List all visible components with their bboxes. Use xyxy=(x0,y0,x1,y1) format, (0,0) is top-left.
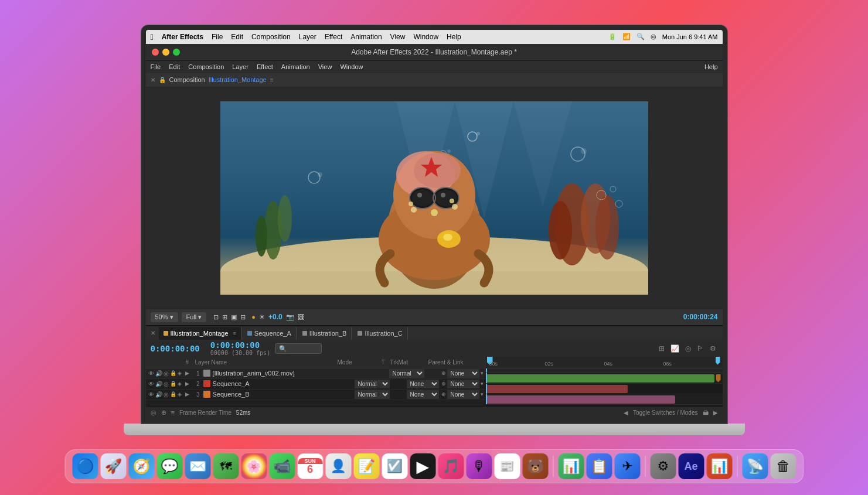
layer-3-expand[interactable]: ▶ xyxy=(185,391,189,397)
layer-3-lock[interactable]: 🔒 xyxy=(170,391,176,398)
dock-music[interactable]: 🎵 xyxy=(438,453,464,479)
layer-row-2[interactable]: 👁 🔊 ◎ 🔒 ◈ ▶ 2 Sequence_A xyxy=(146,379,486,390)
layer-3-mode-select[interactable]: Normal Add Multiply xyxy=(355,390,390,399)
layer-2-solo[interactable]: ◎ xyxy=(164,381,169,387)
graph-editor-btn[interactable]: 📈 xyxy=(669,344,681,353)
close-timeline-icon[interactable]: ✕ xyxy=(151,330,155,336)
tab-illustration-c[interactable]: Illustration_C xyxy=(353,327,407,340)
menu-item-animation[interactable]: Animation xyxy=(350,33,382,41)
layer-2-mode-select[interactable]: Normal Add Multiply xyxy=(355,380,390,388)
track-row-3[interactable] xyxy=(486,394,723,405)
menu-item-help[interactable]: Help xyxy=(447,33,461,41)
layer-3-trkmat-select[interactable]: None xyxy=(407,390,439,399)
footer-icon-3[interactable]: ≡ xyxy=(171,409,175,416)
ae-menu-layer[interactable]: Layer xyxy=(232,63,249,70)
layer-1-solo[interactable]: ◎ xyxy=(164,370,169,377)
menu-item-edit[interactable]: Edit xyxy=(231,33,243,41)
comp-button[interactable]: ⊞ xyxy=(657,344,666,353)
tab-illustration-b[interactable]: Illustration_B xyxy=(298,327,352,340)
tab-menu-icon[interactable]: ≡ xyxy=(233,330,236,336)
dock-airdrop[interactable]: 📡 xyxy=(742,453,768,479)
footer-icon-1[interactable]: ◎ xyxy=(151,409,156,417)
color-picker-icon[interactable]: ● xyxy=(251,313,256,320)
layer-search-input[interactable] xyxy=(275,343,322,354)
layer-1-audio[interactable]: 🔊 xyxy=(155,370,162,377)
pixel-aspect-icon[interactable]: ⊞ xyxy=(222,313,227,321)
toggle-switches-modes[interactable]: Toggle Switches / Modes xyxy=(633,409,698,416)
menu-item-view[interactable]: View xyxy=(390,33,406,41)
menu-item-ae[interactable]: After Effects xyxy=(162,33,203,41)
menu-item-file[interactable]: File xyxy=(212,33,223,41)
dock-mail[interactable]: ✉️ xyxy=(185,453,210,479)
footer-icon-4[interactable]: 🏔 xyxy=(703,409,709,416)
track-row-1[interactable] xyxy=(486,373,723,384)
layer-1-expand[interactable]: ▶ xyxy=(185,370,189,376)
quality-dropdown[interactable]: Full ▾ xyxy=(182,312,207,322)
layer-3-solo[interactable]: ◎ xyxy=(164,391,169,398)
dock-launchpad[interactable]: 🚀 xyxy=(100,453,126,479)
solo-btn[interactable]: ◎ xyxy=(683,344,693,353)
layer-3-parent-select[interactable]: None 1 2 3 xyxy=(447,390,479,399)
dock-facetime[interactable]: 📹 xyxy=(269,453,295,479)
layer-2-expand[interactable]: ▶ xyxy=(185,381,189,387)
fit-icon[interactable]: ⊡ xyxy=(213,313,219,321)
dock-news[interactable]: 📰 xyxy=(494,453,520,479)
dock-keynote[interactable]: 📋 xyxy=(586,453,612,479)
ae-menu-effect[interactable]: Effect xyxy=(257,63,273,70)
search-icon[interactable]: 🔍 xyxy=(636,33,645,40)
minimize-button[interactable] xyxy=(162,49,169,56)
dock-safari[interactable]: 🧭 xyxy=(128,453,154,479)
current-time-display[interactable]: 0:00:00:24 xyxy=(683,313,718,321)
dock-sysprefs[interactable]: ⚙ xyxy=(650,453,676,479)
panel-lock-icon[interactable]: 🔒 xyxy=(159,77,166,83)
close-button[interactable] xyxy=(152,49,159,56)
markers-btn[interactable]: 🏳 xyxy=(695,344,706,353)
layer-2-trkmat-select[interactable]: None xyxy=(407,380,439,388)
dock-photos[interactable]: 🌸 xyxy=(241,453,267,479)
timecode-display[interactable]: 0:00:00:00 xyxy=(210,340,270,350)
dock-trash[interactable]: 🗑 xyxy=(770,453,796,479)
layer-2-motion-blur[interactable]: ◈ xyxy=(178,381,182,387)
layer-1-motion-blur[interactable]: ◈ xyxy=(178,370,182,377)
dock-reminders[interactable]: ☑️ xyxy=(382,453,407,479)
layer-3-visibility[interactable]: 👁 xyxy=(148,391,154,398)
region-interest-icon[interactable]: ▣ xyxy=(231,313,237,321)
dock-notes[interactable]: 📝 xyxy=(353,453,379,479)
ae-menu-help[interactable]: Help xyxy=(704,63,718,70)
dock-finder[interactable]: 🔵 xyxy=(72,453,98,479)
dock-numbers[interactable]: 📊 xyxy=(558,453,584,479)
dock-testflight[interactable]: ✈ xyxy=(614,453,640,479)
comp-menu-icon[interactable]: ≡ xyxy=(270,77,274,83)
exposure-icon[interactable]: ☀ xyxy=(259,313,265,321)
zoom-dropdown[interactable]: 50% ▾ xyxy=(151,312,178,322)
layer-1-visibility[interactable]: 👁 xyxy=(148,370,154,377)
maximize-button[interactable] xyxy=(173,49,180,56)
footer-arrow-left[interactable]: ◀ xyxy=(624,409,628,416)
dock-maps[interactable]: 🗺 xyxy=(213,453,239,479)
ae-menu-file[interactable]: File xyxy=(151,63,161,70)
ae-menu-animation[interactable]: Animation xyxy=(281,63,310,70)
dock-appletv[interactable]: ▶ xyxy=(410,453,435,479)
dock-contacts[interactable]: 👤 xyxy=(325,453,351,479)
menu-item-composition[interactable]: Composition xyxy=(251,33,291,41)
menu-item-layer[interactable]: Layer xyxy=(299,33,316,41)
layer-3-audio[interactable]: 🔊 xyxy=(155,391,162,398)
transparency-icon[interactable]: ⊟ xyxy=(240,313,246,321)
ae-menu-view[interactable]: View xyxy=(318,63,332,70)
apple-logo-icon[interactable]:  xyxy=(151,32,154,42)
tab-illustration-montage[interactable]: Illustration_Montage ≡ xyxy=(159,327,241,340)
layer-1-mode-select[interactable]: Normal Add Multiply Screen xyxy=(389,369,424,378)
layer-2-parent-select[interactable]: None 1 2 3 xyxy=(447,380,479,388)
dock-podcasts[interactable]: 🎙 xyxy=(466,453,492,479)
layer-2-visibility[interactable]: 👁 xyxy=(148,381,154,387)
siri-icon[interactable]: ◎ xyxy=(651,33,656,40)
dock-bear[interactable]: 🐻 xyxy=(522,453,548,479)
layer-3-motion-blur[interactable]: ◈ xyxy=(178,391,182,398)
layer-row-3[interactable]: 👁 🔊 ◎ 🔒 ◈ ▶ 3 Sequence_B xyxy=(146,390,486,400)
footer-arrow-right[interactable]: ▶ xyxy=(713,409,718,416)
ae-menu-edit[interactable]: Edit xyxy=(169,63,180,70)
menu-item-effect[interactable]: Effect xyxy=(325,33,342,41)
tab-sequence-a[interactable]: Sequence_A xyxy=(243,327,297,340)
layer-1-lock[interactable]: 🔒 xyxy=(170,370,176,377)
ae-menu-composition[interactable]: Composition xyxy=(188,63,224,70)
